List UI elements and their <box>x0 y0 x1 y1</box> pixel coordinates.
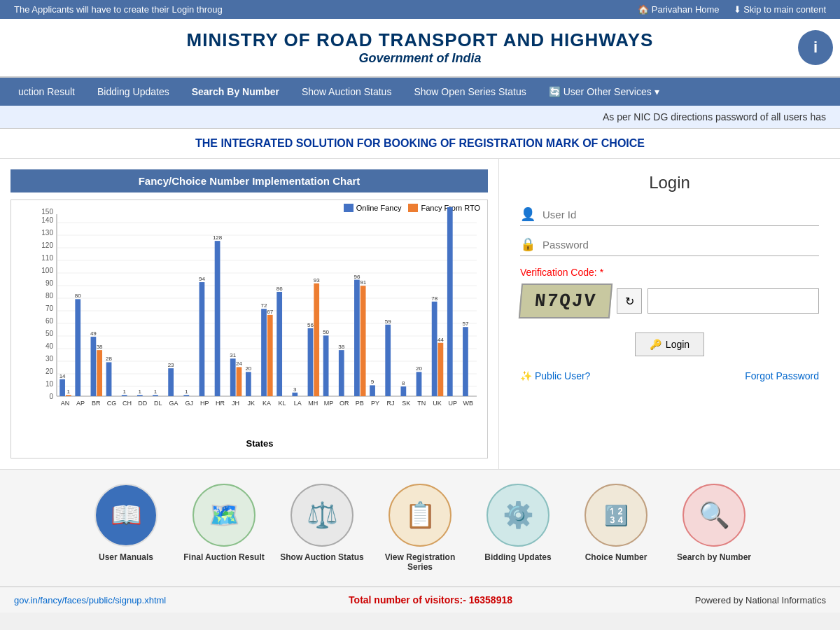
icon-choice-number-circle: 🔢 <box>584 484 648 547</box>
site-subtitle: Government of India <box>7 51 833 66</box>
svg-text:14: 14 <box>59 373 66 379</box>
bidding-updates-icon: ⚙️ <box>503 500 534 530</box>
svg-rect-54 <box>153 395 158 396</box>
svg-rect-124 <box>463 327 468 396</box>
svg-text:UP: UP <box>448 400 457 407</box>
svg-text:LA: LA <box>294 400 302 407</box>
svg-text:RJ: RJ <box>387 400 395 407</box>
svg-rect-37 <box>75 299 80 396</box>
icon-view-registration[interactable]: 📋 View Registration Series <box>378 484 462 572</box>
svg-text:0: 0 <box>49 393 53 400</box>
svg-rect-51 <box>137 395 143 396</box>
svg-text:28: 28 <box>106 356 112 362</box>
nav-bidding-updates[interactable]: Bidding Updates <box>86 78 181 106</box>
svg-rect-66 <box>215 241 220 396</box>
svg-text:130: 130 <box>41 229 53 237</box>
svg-text:91: 91 <box>360 279 366 286</box>
svg-rect-32 <box>59 379 65 396</box>
svg-text:86: 86 <box>276 286 283 292</box>
icon-choice-number[interactable]: 🔢 Choice Number <box>574 484 658 572</box>
captcha-input[interactable] <box>648 288 819 314</box>
svg-text:PY: PY <box>371 400 379 407</box>
svg-text:50: 50 <box>323 329 329 335</box>
nav-open-series-status[interactable]: Show Open Series Status <box>402 78 537 106</box>
title-banner-link[interactable]: THE INTEGRATED SOLUTION FOR BOOKING OF R… <box>195 137 645 149</box>
svg-text:GA: GA <box>169 400 178 407</box>
svg-rect-69 <box>230 358 236 396</box>
required-marker: * <box>600 267 603 278</box>
svg-text:44: 44 <box>438 337 444 343</box>
footer-powered: Powered by National Informatics <box>695 595 826 606</box>
nav-show-auction-status[interactable]: Show Auction Status <box>290 78 402 106</box>
svg-rect-93 <box>323 335 329 396</box>
svg-text:20: 20 <box>46 368 54 375</box>
svg-text:100: 100 <box>41 267 53 274</box>
chart-container: Online Fancy Fancy From RTO 0 10 20 30 <box>10 200 488 458</box>
forgot-password-link[interactable]: Forgot Password <box>745 370 819 382</box>
password-field: 🔒 <box>520 237 819 256</box>
skip-main-link[interactable]: ⬇ Skip to main content <box>734 4 826 15</box>
main-navbar: uction Result Bidding Updates Search By … <box>0 78 840 106</box>
login-title: Login <box>520 173 819 192</box>
svg-text:59: 59 <box>385 318 391 325</box>
svg-rect-85 <box>292 393 298 396</box>
nav-user-other-services[interactable]: 🔄 User Other Services ▾ <box>538 78 671 106</box>
svg-text:9: 9 <box>371 379 374 385</box>
icon-final-auction-circle: 🗺️ <box>192 484 255 547</box>
icon-show-auction[interactable]: ⚖️ Show Auction Status <box>280 484 364 572</box>
refresh-captcha-button[interactable]: ↻ <box>617 288 642 314</box>
svg-rect-101 <box>360 286 366 396</box>
svg-text:38: 38 <box>338 344 344 350</box>
bottom-icons-bar: 📖 User Manuals 🗺️ Final Auction Result ⚖… <box>0 469 840 586</box>
icon-final-auction[interactable]: 🗺️ Final Auction Result <box>182 484 266 572</box>
svg-text:3: 3 <box>293 386 297 393</box>
svg-text:60: 60 <box>46 317 54 325</box>
icon-bidding-updates[interactable]: ⚙️ Bidding Updates <box>476 484 560 572</box>
icon-user-manuals[interactable]: 📖 User Manuals <box>84 484 168 572</box>
login-links: ✨ Public User? Forgot Password <box>520 370 819 382</box>
top-nav-links: 🏠 Parivahan Home ⬇ Skip to main content <box>638 4 826 15</box>
svg-text:DL: DL <box>154 400 162 407</box>
public-user-link[interactable]: ✨ Public User? <box>520 370 590 382</box>
svg-text:20: 20 <box>245 365 251 372</box>
svg-text:93: 93 <box>314 277 320 284</box>
svg-rect-82 <box>276 292 282 396</box>
svg-rect-96 <box>339 350 344 396</box>
password-input[interactable] <box>542 239 819 251</box>
parivahan-home-link[interactable]: 🏠 Parivahan Home <box>638 4 719 15</box>
svg-text:SK: SK <box>402 400 410 407</box>
chart-svg: 0 10 20 30 40 50 60 70 80 90 100 110 120… <box>36 207 484 438</box>
svg-text:HR: HR <box>216 400 225 407</box>
icon-bidding-updates-circle: ⚙️ <box>486 484 550 547</box>
svg-text:KL: KL <box>279 400 286 407</box>
svg-text:120: 120 <box>41 241 53 249</box>
svg-text:UK: UK <box>433 400 442 407</box>
svg-text:20: 20 <box>416 365 422 372</box>
login-button[interactable]: 🔑 Login <box>635 332 704 356</box>
icon-view-registration-circle: 📋 <box>388 484 451 547</box>
visitors-count: Total number of visitors:- 16358918 <box>349 594 512 606</box>
svg-text:72: 72 <box>261 302 267 309</box>
svg-text:PB: PB <box>356 400 364 407</box>
skip-icon: ⬇ <box>734 4 741 15</box>
svg-rect-104 <box>370 385 375 396</box>
sparkle-icon: ✨ <box>520 370 532 382</box>
icon-search-by-number[interactable]: 🔍 Search by Number <box>672 484 756 572</box>
top-announcement-bar: The Applicants will have to create their… <box>0 0 840 19</box>
svg-text:1: 1 <box>67 388 71 395</box>
svg-text:40: 40 <box>46 342 54 350</box>
svg-text:67: 67 <box>267 309 273 315</box>
svg-text:150: 150 <box>41 208 53 216</box>
show-auction-icon: ⚖️ <box>307 500 338 530</box>
svg-rect-121 <box>447 207 453 396</box>
svg-rect-77 <box>261 309 267 396</box>
lock-icon: 🔒 <box>520 237 536 252</box>
nav-search-by-number[interactable]: Search By Number <box>181 78 290 106</box>
user-id-input[interactable] <box>542 209 819 220</box>
nav-auction-result[interactable]: uction Result <box>7 78 86 106</box>
svg-text:MH: MH <box>308 400 318 407</box>
svg-rect-116 <box>432 302 438 396</box>
svg-text:1: 1 <box>139 388 142 395</box>
svg-text:1: 1 <box>122 388 126 395</box>
user-services-icon: 🔄 <box>549 86 561 97</box>
